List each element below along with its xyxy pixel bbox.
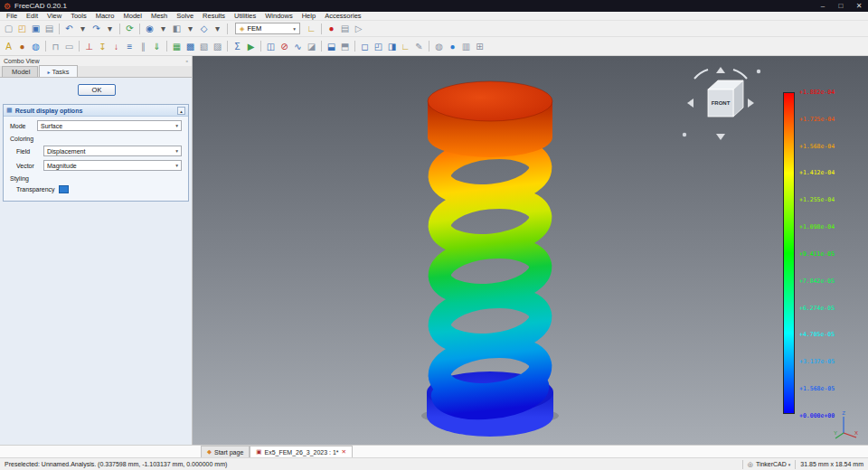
toolbar-separator[interactable]: [321, 24, 322, 34]
menu-item[interactable]: File: [2, 12, 22, 21]
menubar: FileEditViewToolsMacroModelMeshSolveResu…: [0, 12, 868, 21]
fem-shell-thickness-icon[interactable]: ▭: [62, 40, 76, 53]
scene-inspector-icon[interactable]: ◍: [432, 40, 446, 53]
navigation-style-select[interactable]: TinkerCAD: [756, 461, 787, 467]
clipping-plane-icon[interactable]: ⬓: [325, 40, 338, 53]
menu-item[interactable]: Solve: [172, 12, 198, 21]
navigation-cube[interactable]: FRONT: [678, 65, 764, 142]
fem-solver-calculix-icon[interactable]: Σ: [231, 40, 244, 53]
toolbar-separator[interactable]: [45, 41, 46, 52]
fem-analysis-icon[interactable]: A: [2, 40, 15, 53]
transparency-spinbox[interactable]: [59, 185, 69, 193]
toolbar-separator[interactable]: [429, 41, 429, 52]
toolbar-separator[interactable]: [260, 41, 261, 52]
workbench-selector[interactable]: ◈ FEM ▾: [235, 23, 300, 34]
view-top-icon[interactable]: ◰: [372, 40, 385, 53]
fullscreen-icon[interactable]: ⊞: [473, 40, 486, 53]
tab-model[interactable]: Model: [2, 66, 38, 77]
redo-icon[interactable]: ↷: [90, 22, 103, 35]
fem-mesh-region-icon[interactable]: ▧: [197, 40, 211, 53]
refresh-icon[interactable]: ⟳: [123, 22, 137, 35]
fem-material-solid-icon[interactable]: ●: [15, 40, 29, 53]
toolbar-separator[interactable]: [321, 41, 322, 52]
menu-item[interactable]: Tools: [66, 12, 91, 21]
print-icon[interactable]: ▤: [42, 22, 56, 35]
macro-edit-icon[interactable]: ▤: [338, 22, 352, 35]
fit-all-icon[interactable]: ◉: [143, 22, 156, 35]
persistent-section-icon[interactable]: ⬒: [338, 40, 352, 53]
field-select[interactable]: Displacement ▾: [43, 146, 182, 156]
view-front-icon[interactable]: ◻: [358, 40, 372, 53]
fem-constraint-contact-icon[interactable]: ∥: [137, 40, 150, 53]
document-tab-label: Ex5_FEM_26_3_2023 : 1*: [264, 449, 338, 456]
ok-button[interactable]: OK: [78, 84, 116, 96]
menu-item[interactable]: Mesh: [146, 12, 172, 21]
view-right-icon[interactable]: ◨: [385, 40, 399, 53]
minimize-button[interactable]: –: [814, 0, 832, 12]
menu-item[interactable]: Model: [119, 12, 146, 21]
menu-item[interactable]: Macro: [91, 12, 119, 21]
toolbar-separator[interactable]: [119, 24, 120, 34]
fem-constraint-selfweight-icon[interactable]: ⇓: [150, 40, 164, 53]
toolbar-main: ▢◰▣▤↶▾↷▾⟳◉▾◧▾◇▾ ◈ FEM ▾ ∟●▤▷: [0, 21, 868, 37]
menu-item[interactable]: Utilities: [230, 12, 260, 21]
menu-item[interactable]: Help: [297, 12, 320, 21]
draw-style-caret-icon[interactable]: ▾: [184, 22, 197, 35]
fem-constraint-displacement-icon[interactable]: ↧: [96, 40, 109, 53]
fem-mesh-netgen-icon[interactable]: ▩: [184, 40, 197, 53]
toolbar-separator[interactable]: [227, 24, 228, 34]
undo-caret-icon[interactable]: ▾: [76, 22, 90, 35]
toolbar-separator[interactable]: [166, 41, 167, 52]
macro-record-icon[interactable]: ●: [325, 22, 338, 35]
legend-value: +1.412e-04: [799, 169, 835, 176]
measure-distance-icon[interactable]: ∟: [399, 40, 412, 53]
new-document-icon[interactable]: ▢: [2, 22, 15, 35]
toolbar-separator[interactable]: [227, 41, 228, 52]
dock-overlay-icon[interactable]: ▥: [459, 40, 473, 53]
toolbar-separator[interactable]: [354, 41, 355, 52]
menu-item[interactable]: Accessories: [320, 12, 365, 21]
tab-tasks[interactable]: ▸ Tasks: [39, 65, 77, 77]
vector-select[interactable]: Magnitude ▾: [43, 160, 182, 171]
redo-caret-icon[interactable]: ▾: [103, 22, 117, 35]
draw-style-icon[interactable]: ◧: [170, 22, 184, 35]
fem-results-show-icon[interactable]: ◫: [264, 40, 278, 53]
menu-item[interactable]: Results: [198, 12, 230, 21]
fem-mesh-group-icon[interactable]: ▨: [211, 40, 224, 53]
menu-item[interactable]: Windows: [260, 12, 297, 21]
collapse-panel-button[interactable]: ▴: [177, 107, 185, 115]
close-tab-icon[interactable]: ✕: [342, 448, 346, 456]
measure-icon[interactable]: ∟: [305, 22, 318, 35]
menu-item[interactable]: View: [42, 12, 66, 21]
tab-start-page[interactable]: ◆ Start page: [201, 446, 250, 457]
fem-constraint-pressure-icon[interactable]: ≡: [123, 40, 137, 53]
undo-icon[interactable]: ↶: [62, 22, 76, 35]
open-document-icon[interactable]: ◰: [15, 22, 29, 35]
save-icon[interactable]: ▣: [29, 22, 42, 35]
toolbar-separator[interactable]: [59, 24, 60, 34]
tab-fem-document[interactable]: ▣ Ex5_FEM_26_3_2023 : 1* ✕: [250, 446, 353, 457]
annotation-icon[interactable]: ✎: [412, 40, 426, 53]
mode-select[interactable]: Surface ▾: [37, 120, 182, 131]
toolbar-separator[interactable]: [79, 41, 80, 52]
viewport-3d[interactable]: FRONT Z X Y +1.882e-04+1.725e-04+1.568e-…: [193, 56, 868, 445]
web-sphere-icon[interactable]: ●: [446, 40, 459, 53]
fem-post-pipeline-icon[interactable]: ∿: [291, 40, 305, 53]
fem-material-fluid-icon[interactable]: ◍: [29, 40, 42, 53]
menu-item[interactable]: Edit: [22, 12, 42, 21]
fem-constraint-fixed-icon[interactable]: ⊥: [82, 40, 96, 53]
maximize-button[interactable]: □: [832, 0, 850, 12]
fem-constraint-force-icon[interactable]: ↓: [109, 40, 123, 53]
close-button[interactable]: ✕: [850, 0, 868, 12]
zoom-caret-icon[interactable]: ▾: [156, 22, 170, 35]
toolbar-separator[interactable]: [139, 24, 140, 34]
fem-results-purge-icon[interactable]: ⊘: [278, 40, 291, 53]
fem-mesh-gmsh-icon[interactable]: ▦: [170, 40, 184, 53]
macro-play-icon[interactable]: ▷: [352, 22, 365, 35]
fem-beam-section-icon[interactable]: ⊓: [49, 40, 62, 53]
isometric-view-icon[interactable]: ◇: [197, 22, 211, 35]
undock-icon[interactable]: ▫: [186, 58, 188, 64]
fem-solver-run-icon[interactable]: ▶: [244, 40, 258, 53]
fem-post-clip-icon[interactable]: ◪: [305, 40, 318, 53]
view-caret-icon[interactable]: ▾: [211, 22, 224, 35]
